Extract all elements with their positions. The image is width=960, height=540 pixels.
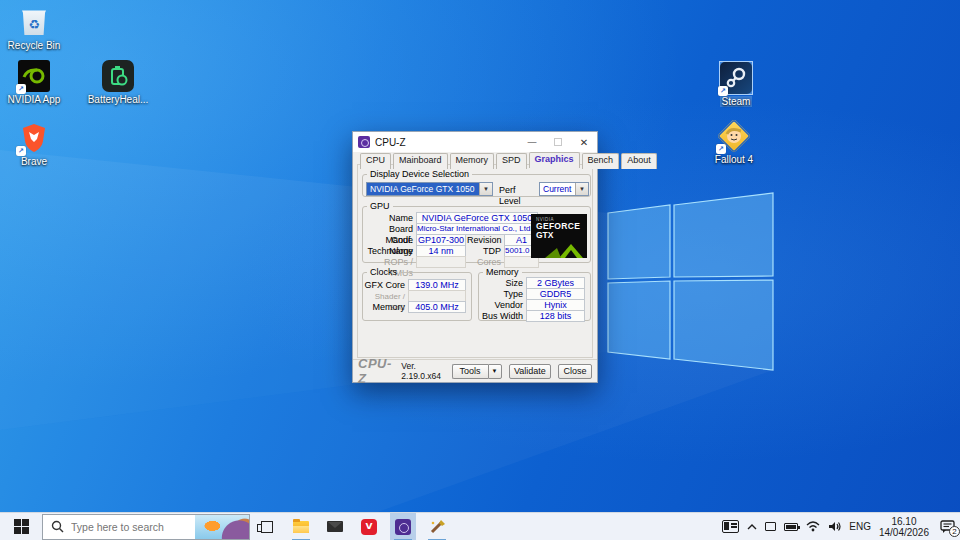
windows-logo-icon — [14, 519, 29, 534]
taskbar: ᐯ — [0, 512, 960, 540]
memory-vendor-label: Vendor — [479, 300, 523, 311]
notification-center-button[interactable]: 2 — [937, 517, 957, 537]
msi-center-button[interactable]: ᐯ — [356, 513, 382, 540]
paintbrush-icon — [429, 518, 446, 535]
group-label: Display Device Selection — [367, 169, 472, 179]
file-explorer-button[interactable] — [288, 513, 314, 540]
tab-spd[interactable]: SPD — [496, 153, 527, 169]
brand-gtx-text: GTX — [536, 231, 587, 240]
desktop-icon-nvidia-app[interactable]: ↗ NVIDIA App — [2, 60, 66, 105]
cpuz-titlebar[interactable]: CPU-Z — ✕ — [353, 132, 597, 152]
clock[interactable]: 16.10 14/04/2026 — [879, 516, 929, 538]
maximize-button — [545, 132, 571, 152]
validate-button[interactable]: Validate — [509, 364, 552, 379]
shortcut-arrow-icon: ↗ — [716, 144, 726, 154]
shortcut-arrow-icon: ↗ — [16, 146, 26, 156]
cpuz-window-icon — [358, 136, 370, 148]
gpu-revision-label: Revision — [467, 235, 501, 246]
msi-shield-icon: ᐯ — [361, 519, 377, 535]
minimize-button[interactable]: — — [519, 132, 545, 152]
battery-heal-icon — [102, 60, 134, 92]
language-indicator[interactable]: ENG — [849, 521, 871, 532]
mail-button[interactable] — [322, 513, 348, 540]
notification-badge: 2 — [949, 526, 960, 537]
icon-label: NVIDIA App — [8, 94, 61, 105]
gpu-tdp-label: TDP — [467, 246, 501, 257]
clocks-memory-label: Memory — [363, 302, 405, 313]
memory-bus-width-label: Bus Width — [479, 311, 523, 322]
icon-label: Recycle Bin — [8, 40, 61, 51]
perf-level-dropdown[interactable]: Current ▼ — [539, 182, 589, 196]
desktop-icon-fallout-4[interactable]: ↗ Fallout 4 — [702, 120, 766, 165]
window-title: CPU-Z — [375, 137, 406, 148]
close-button-footer[interactable]: Close — [558, 364, 592, 379]
volume-icon[interactable] — [828, 521, 841, 532]
nvidia-app-icon: ↗ — [18, 60, 50, 92]
desktop-icon-brave[interactable]: ↗ Brave — [2, 122, 66, 167]
group-label: Clocks — [367, 267, 400, 277]
cpuz-tab-bar: CPU Mainboard Memory SPD Graphics Bench … — [360, 152, 659, 168]
search-highlight-image[interactable] — [195, 515, 249, 540]
system-tray: ENG 16.10 14/04/2026 2 — [722, 513, 960, 540]
memory-type-label: Type — [479, 289, 523, 300]
display-device-dropdown[interactable]: NVIDIA GeForce GTX 1050 ▼ — [366, 182, 493, 196]
chevron-up-icon — [747, 524, 757, 530]
cpuz-window: CPU-Z — ✕ CPU Mainboard Memory SPD Graph… — [352, 131, 598, 383]
chevron-down-icon[interactable]: ▼ — [575, 183, 588, 195]
cpuz-footer: CPU-Z Ver. 2.19.0.x64 Tools ▼ Validate C… — [353, 359, 597, 382]
tab-mainboard[interactable]: Mainboard — [393, 153, 448, 169]
wifi-icon[interactable] — [806, 521, 820, 532]
tools-button[interactable]: Tools — [452, 364, 488, 379]
start-button[interactable] — [0, 513, 42, 540]
tab-graphics[interactable]: Graphics — [529, 152, 580, 168]
tab-cpu[interactable]: CPU — [360, 153, 391, 169]
group-label: Memory — [483, 267, 522, 277]
nvidia-swoosh-icon — [531, 240, 587, 258]
perf-level-value: Current — [540, 183, 575, 195]
battery-icon[interactable] — [784, 523, 798, 531]
display-device-value: NVIDIA GeForce GTX 1050 — [367, 183, 479, 195]
task-view-button[interactable] — [254, 513, 280, 540]
fallout-4-icon: ↗ — [718, 120, 750, 152]
group-label: GPU — [367, 201, 393, 211]
desktop-icon-recycle-bin[interactable]: ♻ Recycle Bin — [2, 6, 66, 51]
display-device-selection-group: Display Device Selection NVIDIA GeForce … — [362, 169, 591, 197]
tab-bench[interactable]: Bench — [582, 153, 620, 169]
paint-app-button[interactable] — [424, 513, 450, 540]
hidden-icons-chevron[interactable] — [747, 524, 757, 530]
cpuz-footer-logo: CPU-Z — [358, 356, 395, 386]
geforce-gtx-brand-logo: NVIDIA GEFORCE GTX — [531, 214, 587, 258]
gpu-group: GPU Name NVIDIA GeForce GTX 1050 Board M… — [362, 201, 591, 263]
taskbar-search[interactable] — [42, 514, 250, 540]
gpu-technology-label: Technology — [365, 246, 413, 257]
tab-memory[interactable]: Memory — [450, 153, 495, 169]
cpuz-taskbar-button[interactable] — [390, 513, 416, 540]
search-input[interactable] — [71, 521, 189, 533]
memory-group: Memory Size 2 GBytes Type GDDR5 Vendor H… — [478, 267, 591, 321]
recycle-bin-icon: ♻ — [18, 6, 50, 38]
mail-icon — [327, 521, 343, 532]
tools-dropdown-arrow[interactable]: ▼ — [488, 364, 502, 379]
desktop-icon-steam[interactable]: ↗ Steam — [704, 62, 768, 107]
search-icon — [51, 520, 64, 533]
gpu-name-label: Name — [365, 213, 413, 224]
tray-display-icon[interactable] — [765, 522, 776, 531]
chevron-down-icon[interactable]: ▼ — [479, 183, 492, 195]
clocks-group: Clocks GFX Core 139.0 MHz Shader / SoC M… — [362, 267, 472, 321]
tab-about[interactable]: About — [621, 153, 657, 169]
steam-icon: ↗ — [720, 62, 752, 94]
clock-date: 14/04/2026 — [879, 527, 929, 538]
memory-size-label: Size — [479, 278, 523, 289]
brave-icon: ↗ — [18, 122, 50, 154]
folder-icon — [293, 521, 309, 533]
clocks-gfx-core-label: GFX Core — [363, 280, 405, 291]
tray-news-icon[interactable] — [722, 520, 739, 533]
cpuz-app-icon — [395, 519, 411, 535]
graphics-tab-page: Display Device Selection NVIDIA GeForce … — [357, 164, 593, 358]
icon-label: Brave — [21, 156, 47, 167]
desktop: ♻ Recycle Bin ↗ NVIDIA App — [0, 0, 960, 540]
close-button[interactable]: ✕ — [571, 132, 597, 152]
clocks-memory-value: 405.0 MHz — [408, 301, 466, 313]
shortcut-arrow-icon: ↗ — [16, 84, 26, 94]
desktop-icon-battery-heal[interactable]: BatteryHeal... — [86, 60, 150, 105]
